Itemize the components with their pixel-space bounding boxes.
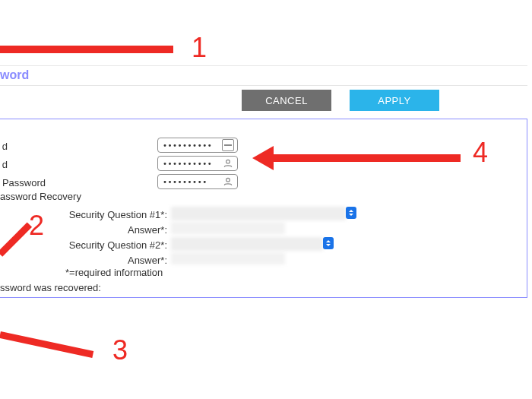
password-mask: •••••••••• <box>163 141 222 150</box>
header-separator-bottom <box>0 85 527 86</box>
password-mask: ••••••••• <box>163 178 222 186</box>
autofill-key-icon <box>222 139 234 151</box>
required-info-note: *=required information <box>65 267 163 278</box>
current-password-input[interactable]: •••••••••• <box>157 138 238 153</box>
password-recovery-heading: assword Recovery <box>0 191 81 202</box>
answer-2-input[interactable] <box>171 252 285 264</box>
last-recovered-label: ssword was recovered: <box>0 282 101 293</box>
header-separator-top <box>0 65 527 66</box>
current-password-label: d <box>2 141 8 152</box>
new-password-input[interactable]: •••••••••• <box>157 156 238 171</box>
apply-button[interactable]: APPLY <box>350 90 439 111</box>
security-question-1-select-value <box>171 207 346 220</box>
new-password-label: d <box>2 159 8 170</box>
answer-2-label: Answer*: <box>128 255 167 266</box>
callout-1-number: 1 <box>192 32 207 64</box>
password-mask: •••••••••• <box>163 160 222 168</box>
confirm-password-input[interactable]: ••••••••• <box>157 174 238 189</box>
security-question-2-select[interactable] <box>323 237 334 249</box>
autofill-contact-icon <box>222 157 234 169</box>
callout-1-line <box>0 46 173 53</box>
answer-1-input[interactable] <box>171 222 285 234</box>
svg-point-0 <box>226 160 230 163</box>
svg-point-1 <box>226 178 230 182</box>
cancel-button[interactable]: CANCEL <box>242 90 331 111</box>
page-title: word <box>0 68 29 82</box>
callout-3-line <box>0 331 93 358</box>
security-question-1-label: Security Question #1*: <box>69 209 167 220</box>
confirm-password-label: Password <box>2 177 46 188</box>
autofill-contact-icon <box>222 176 234 188</box>
answer-1-label: Answer*: <box>128 224 167 236</box>
security-question-2-select-value <box>171 237 323 251</box>
security-question-1-select[interactable] <box>346 207 356 219</box>
security-question-2-label: Security Question #2*: <box>69 239 167 251</box>
callout-3-number: 3 <box>112 334 128 366</box>
password-panel: d •••••••••• d •••••••••• Password •••••… <box>0 119 527 298</box>
